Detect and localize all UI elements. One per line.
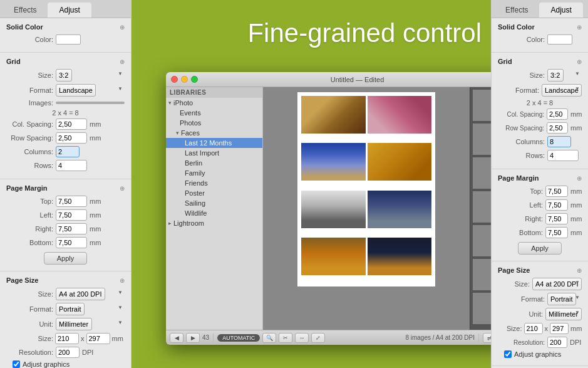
page-format-select[interactable]: Portrait xyxy=(56,303,85,315)
tab-adjust-right[interactable]: Adjust xyxy=(539,3,582,18)
right-width-input[interactable] xyxy=(524,323,543,334)
photo-page xyxy=(297,92,435,287)
left-tab-bar: Effects Adjust xyxy=(0,0,131,18)
columns-input[interactable] xyxy=(56,146,80,157)
toolbar-zoom-in[interactable]: 🔍 xyxy=(262,333,276,343)
right-row-unit: mm xyxy=(570,124,582,132)
right-right-unit: mm xyxy=(570,215,582,223)
right-col-spacing-input[interactable] xyxy=(547,108,568,120)
format-select[interactable]: Landscape xyxy=(56,84,96,97)
right-size-label: Size: xyxy=(498,71,545,79)
grid-pin[interactable]: ⊕ xyxy=(120,58,125,65)
right-page-unit-select[interactable]: Millimeter xyxy=(545,308,582,320)
toolbar-expand[interactable]: ⤢ xyxy=(311,333,325,343)
page-size-select[interactable]: A4 at 200 DPI xyxy=(56,288,105,300)
right-resolution-input[interactable] xyxy=(547,337,567,348)
sidebar-item-events[interactable]: Events xyxy=(166,108,262,118)
sidebar-item-poster[interactable]: Poster xyxy=(166,188,262,198)
sidebar-item-friends[interactable]: Friends xyxy=(166,178,262,188)
right-apply-button[interactable]: Apply xyxy=(518,242,562,255)
toolbar-prev[interactable]: ◀ xyxy=(170,333,183,343)
photo-8[interactable] xyxy=(368,238,432,275)
sidebar-item-lastimport[interactable]: Last Import xyxy=(166,148,262,158)
toolbar-sep-2 xyxy=(478,334,479,342)
resolution-input[interactable] xyxy=(56,347,80,358)
width-input[interactable] xyxy=(55,333,79,344)
rows-input[interactable] xyxy=(56,160,87,171)
solid-color-pin[interactable]: ⊕ xyxy=(120,24,125,31)
photo-6[interactable] xyxy=(368,191,432,228)
page-size-title: Page Size xyxy=(6,276,38,284)
right-bottom-input[interactable] xyxy=(545,227,568,238)
adjust-graphics-label: Adjust graphics xyxy=(23,360,70,368)
grid-title: Grid xyxy=(6,58,21,65)
sidebar-item-berlin[interactable]: Berlin xyxy=(166,158,262,168)
photo-4[interactable] xyxy=(368,143,432,181)
close-button[interactable] xyxy=(171,76,178,83)
photo-7[interactable] xyxy=(301,238,366,275)
minimize-button[interactable] xyxy=(181,76,188,83)
right-adjust-graphics-checkbox[interactable] xyxy=(504,350,512,358)
page-size-pin[interactable]: ⊕ xyxy=(120,277,125,284)
page-unit-select[interactable]: Millimeter xyxy=(56,318,92,330)
right-grid-pin[interactable]: ⊕ xyxy=(577,58,582,65)
right-unit: mm xyxy=(90,225,101,233)
toolbar-scissors[interactable]: ✂ xyxy=(279,333,292,343)
right-solid-color-pin[interactable]: ⊕ xyxy=(577,24,582,31)
page-margin-pin[interactable]: ⊕ xyxy=(120,185,125,192)
lightroom-label: Lightroom xyxy=(173,219,204,227)
tab-adjust-left[interactable]: Adjust xyxy=(48,3,91,18)
left-input[interactable] xyxy=(56,209,87,221)
col-spacing-input[interactable] xyxy=(56,118,87,130)
images-slider[interactable] xyxy=(56,102,125,104)
photo-5[interactable] xyxy=(301,191,366,228)
photo-area[interactable] xyxy=(263,87,470,330)
top-input[interactable] xyxy=(56,196,87,207)
right-page-format-select[interactable]: Portrait xyxy=(547,293,576,305)
sidebar-item-lightroom[interactable]: ▸ Lightroom xyxy=(166,218,262,228)
bottom-input[interactable] xyxy=(56,237,87,248)
right-rows-input[interactable] xyxy=(547,150,579,161)
color-swatch[interactable] xyxy=(56,34,81,45)
right-top-label: Top: xyxy=(498,187,543,195)
adjust-graphics-checkbox[interactable] xyxy=(13,360,20,368)
right-columns-input[interactable] xyxy=(547,136,571,147)
automatic-toggle[interactable]: AUTOMATIC xyxy=(217,334,260,342)
sidebar-item-faces[interactable]: ▾ Faces xyxy=(166,128,262,138)
tab-effects-right[interactable]: Effects xyxy=(494,3,539,18)
sidebar-item-photos[interactable]: Photos xyxy=(166,118,262,128)
right-bottom-label: Bottom: xyxy=(498,229,543,236)
tab-effects-left[interactable]: Effects xyxy=(3,3,48,18)
size-select[interactable]: 3:2 xyxy=(56,69,72,81)
apply-button[interactable]: Apply xyxy=(44,252,88,265)
sidebar-item-sailing[interactable]: Sailing xyxy=(166,198,262,208)
right-resolution-unit: DPI xyxy=(570,339,581,346)
toolbar-next[interactable]: ▶ xyxy=(186,333,200,343)
photo-2[interactable] xyxy=(368,96,432,134)
right-color-swatch[interactable] xyxy=(547,34,572,45)
sidebar-item-wildlife[interactable]: Wildlife xyxy=(166,208,262,218)
right-height-input[interactable] xyxy=(550,323,569,334)
right-page-size-select[interactable]: A4 at 200 DPI xyxy=(532,278,582,290)
row-spacing-input[interactable] xyxy=(56,132,87,144)
photo-3[interactable] xyxy=(301,143,366,181)
resolution-label: Resolution: xyxy=(6,349,53,356)
photo-1[interactable] xyxy=(301,96,366,134)
sidebar-item-iphoto[interactable]: ▾ iPhoto xyxy=(166,98,262,108)
sidebar-item-last12[interactable]: Last 12 Months xyxy=(166,138,262,148)
toolbar-move[interactable]: ↔ xyxy=(295,333,309,343)
right-page-size-pin[interactable]: ⊕ xyxy=(577,267,582,274)
right-right-input[interactable] xyxy=(545,213,568,224)
right-row-spacing-input[interactable] xyxy=(547,122,568,134)
right-left-input[interactable] xyxy=(545,199,568,211)
maximize-button[interactable] xyxy=(191,76,198,83)
right-top-input[interactable] xyxy=(545,186,568,197)
right-input[interactable] xyxy=(56,223,87,234)
right-page-margin-pin[interactable]: ⊕ xyxy=(577,175,582,182)
right-format-select[interactable]: Landscape xyxy=(542,84,582,97)
photo-row-3 xyxy=(301,191,431,236)
sidebar-item-family[interactable]: Family xyxy=(166,168,262,178)
right-size-select[interactable]: 3:2 xyxy=(547,69,564,81)
height-input[interactable] xyxy=(86,333,110,344)
right-left-label: Left: xyxy=(498,201,543,209)
